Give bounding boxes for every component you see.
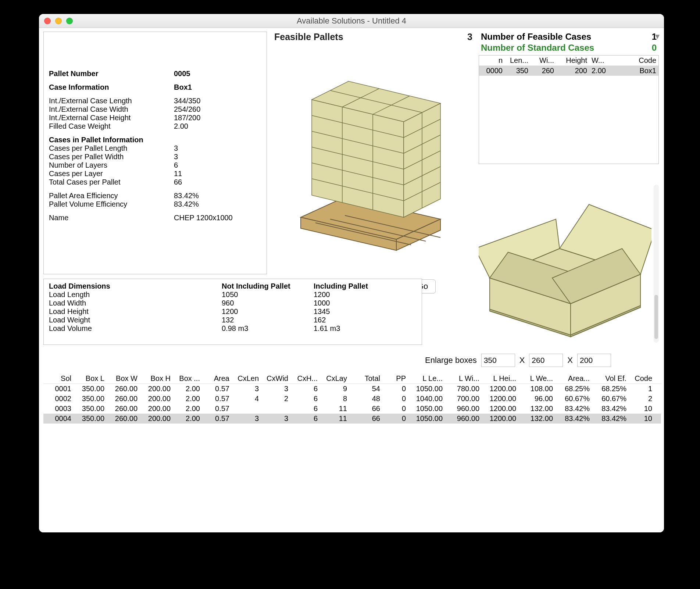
pallet-name-label: Name <box>49 214 174 222</box>
col-header[interactable]: L Hei... <box>481 374 518 383</box>
col-header[interactable]: L Le... <box>407 374 444 383</box>
table-row[interactable]: 0001350.00260.00200.002.000.573369540105… <box>43 384 661 394</box>
area-efficiency-label: Pallet Area Efficiency <box>49 192 174 200</box>
table-row[interactable]: 00003502602002.00Box1 <box>479 66 658 76</box>
enlarge-height-input[interactable] <box>577 354 611 367</box>
case-3d-icon <box>479 182 651 344</box>
scrollbar-thumb[interactable] <box>654 295 658 339</box>
case-length-label: Int./External Case Length <box>49 97 174 105</box>
col-header[interactable]: Code <box>628 374 654 383</box>
col-header[interactable]: CxLen <box>231 374 260 383</box>
pallet-3d-icon <box>271 44 470 254</box>
load-dimensions-title: Load Dimensions <box>49 282 222 290</box>
col-header[interactable]: Area <box>201 374 231 383</box>
titlebar: Available Solutions - Untitled 4 <box>39 14 664 28</box>
list-item: Load Width9601000 <box>49 299 417 307</box>
col-header[interactable]: Box W <box>106 374 139 383</box>
pallet-number-value: 0005 <box>174 69 190 78</box>
area-efficiency-value: 83.42% <box>174 192 199 200</box>
pallet-preview-panel: Feasible Pallets 3 <box>271 32 475 274</box>
collapse-icon[interactable]: ▼ <box>654 32 661 41</box>
col-weight[interactable]: W... <box>589 56 615 65</box>
case-width-value: 254/260 <box>174 105 200 114</box>
col-header[interactable]: Total <box>349 374 382 383</box>
table-row[interactable]: 0002350.00260.00200.002.000.574268480104… <box>43 394 661 404</box>
total-cases-label: Total Cases per Pallet <box>49 178 174 186</box>
col-header[interactable]: Vol Ef. <box>591 374 628 383</box>
cases-per-length-value: 3 <box>174 144 178 153</box>
filled-weight-label: Filled Case Weight <box>49 122 174 131</box>
load-dimensions-panel: Load Dimensions Not Including Pallet Inc… <box>43 279 422 345</box>
solutions-table[interactable]: SolBox LBox WBox HBox ...AreaCxLenCxWidC… <box>43 374 661 529</box>
col-header[interactable]: L We... <box>518 374 554 383</box>
enlarge-length-input[interactable] <box>481 354 515 367</box>
feasible-cases-label: Number of Feasible Cases <box>481 32 591 42</box>
pallet-name-value: CHEP 1200x1000 <box>174 214 233 222</box>
case-info-value: Box1 <box>174 83 192 92</box>
filled-weight-value: 2.00 <box>174 122 188 131</box>
col-len[interactable]: Len... <box>505 56 531 65</box>
volume-efficiency-label: Pallet Volume Efficiency <box>49 200 174 208</box>
standard-cases-value: 0 <box>652 43 657 53</box>
number-of-layers-value: 6 <box>174 161 178 169</box>
pallet-detail-panel: Pallet Number0005 Case InformationBox1 I… <box>43 32 267 274</box>
scrollbar[interactable] <box>654 185 659 343</box>
col-header[interactable]: L Wi... <box>444 374 481 383</box>
col-header[interactable]: CxWid <box>260 374 290 383</box>
case-length-value: 344/350 <box>174 97 200 105</box>
col-header[interactable]: PP <box>382 374 407 383</box>
app-window: Available Solutions - Untitled 4 Pallet … <box>39 14 664 532</box>
col-header[interactable]: Area... <box>554 374 591 383</box>
enlarge-label: Enlarge boxes <box>425 356 477 365</box>
cases-per-layer-value: 11 <box>174 169 182 178</box>
content-area: Pallet Number0005 Case InformationBox1 I… <box>39 28 664 532</box>
enlarge-row: Enlarge boxes X X <box>425 354 611 367</box>
table-row[interactable]: 0004350.00260.00200.002.000.573361166010… <box>43 414 661 424</box>
cases-per-width-label: Cases per Pallet Width <box>49 153 174 161</box>
case-height-label: Int./External Case Height <box>49 114 174 122</box>
col-n[interactable]: n <box>479 56 505 65</box>
solutions-table-header: SolBox LBox WBox HBox ...AreaCxLenCxWidC… <box>43 374 661 384</box>
cases-panel: Number of Feasible Cases 1 Number of Sta… <box>479 32 659 164</box>
feasible-pallets-value: 3 <box>467 32 472 42</box>
cases-per-length-label: Cases per Pallet Length <box>49 144 174 153</box>
col-wid[interactable]: Wi... <box>531 56 556 65</box>
list-item: Load Volume0.98 m31.61 m3 <box>49 324 417 333</box>
case-info-label: Case Information <box>49 83 174 92</box>
table-row[interactable]: 0003350.00260.00200.002.000.576116601050… <box>43 404 661 414</box>
feasible-pallets-label: Feasible Pallets <box>274 32 343 42</box>
case-width-label: Int./External Case Width <box>49 105 174 114</box>
number-of-layers-label: Number of Layers <box>49 161 174 169</box>
window-title: Available Solutions - Untitled 4 <box>39 16 664 26</box>
cases-per-width-value: 3 <box>174 153 178 161</box>
col-height[interactable]: Height <box>556 56 589 65</box>
multiply-icon: X <box>519 356 525 365</box>
col-not-including: Not Including Pallet <box>222 282 314 290</box>
col-header[interactable]: CxH... <box>290 374 319 383</box>
multiply-icon: X <box>567 356 573 365</box>
pallet-number-label: Pallet Number <box>49 69 174 78</box>
col-header[interactable]: Sol <box>43 374 73 383</box>
cases-in-pallet-label: Cases in Pallet Information <box>49 136 174 144</box>
col-including: Including Pallet <box>314 282 406 290</box>
standard-cases-label: Number of Standard Cases <box>481 43 594 53</box>
col-header[interactable]: Box H <box>139 374 172 383</box>
cases-per-layer-label: Cases per Layer <box>49 169 174 178</box>
volume-efficiency-value: 83.42% <box>174 200 199 208</box>
case-height-value: 187/200 <box>174 114 200 122</box>
list-item: Load Weight132162 <box>49 316 417 324</box>
list-item: Load Length10501200 <box>49 290 417 299</box>
col-header[interactable]: Box L <box>73 374 106 383</box>
enlarge-width-input[interactable] <box>529 354 563 367</box>
list-item: Load Height12001345 <box>49 307 417 316</box>
col-header[interactable]: Box ... <box>172 374 201 383</box>
col-header[interactable]: CxLay <box>319 374 349 383</box>
cases-table-header: n Len... Wi... Height W... Code <box>479 56 658 66</box>
total-cases-value: 66 <box>174 178 182 186</box>
cases-table[interactable]: n Len... Wi... Height W... Code 00003502… <box>479 55 659 164</box>
col-code[interactable]: Code <box>615 56 658 65</box>
